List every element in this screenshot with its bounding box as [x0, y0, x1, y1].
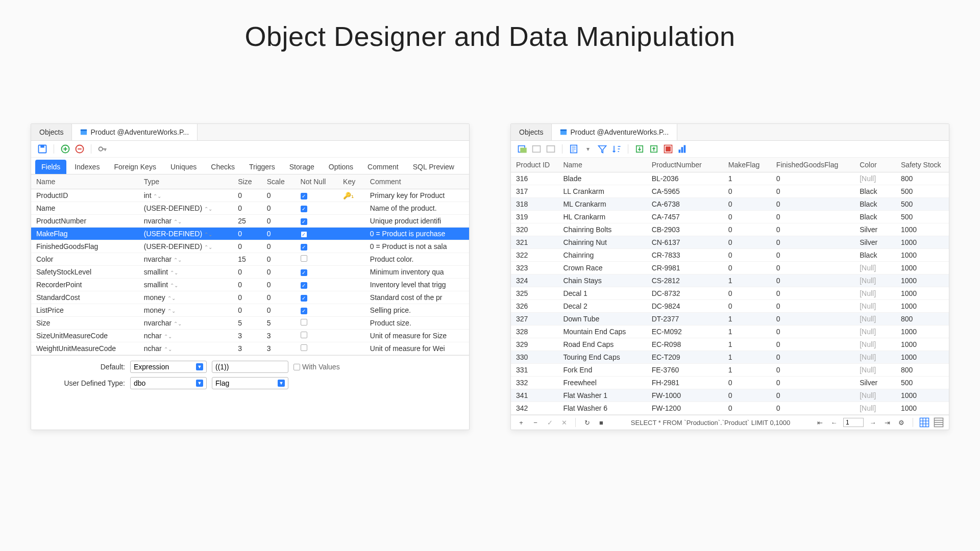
field-row[interactable]: SizeUnitMeasureCodenchar ⌃⌄33Unit of mea… — [31, 330, 469, 342]
subtab-checks[interactable]: Checks — [205, 160, 241, 174]
field-comment[interactable]: 0 = Product is purchase — [365, 228, 469, 240]
cell-finishedgoodsflag[interactable]: 0 — [771, 338, 854, 351]
column-header[interactable]: ProductNumber — [647, 158, 723, 172]
field-type[interactable]: nvarchar ⌃⌄ — [139, 253, 233, 266]
cell-finishedgoodsflag[interactable]: 0 — [771, 185, 854, 198]
cell-name[interactable]: Blade — [558, 172, 646, 185]
cell-name[interactable]: Down Tube — [558, 313, 646, 325]
data-row[interactable]: 323Crown RaceCR-998100[Null]1000 — [511, 262, 949, 274]
cell-color[interactable]: Silver — [854, 377, 896, 389]
data-row[interactable]: 318ML CrankarmCA-673800Black500 — [511, 198, 949, 211]
cell-finishedgoodsflag[interactable]: 0 — [771, 198, 854, 211]
cell-finishedgoodsflag[interactable]: 0 — [771, 351, 854, 364]
cell-productid[interactable]: 321 — [511, 236, 558, 249]
cell-productnumber[interactable]: BL-2036 — [647, 172, 723, 185]
field-notnull[interactable]: ✓ — [296, 228, 338, 240]
field-size[interactable]: 0 — [233, 279, 262, 291]
field-notnull[interactable]: ✓ — [296, 202, 338, 215]
cell-makeflag[interactable]: 0 — [723, 262, 771, 274]
cell-safetystock[interactable]: 1000 — [896, 236, 949, 249]
field-comment[interactable]: Unit of measure for Wei — [365, 342, 469, 355]
cell-color[interactable]: Black — [854, 198, 896, 211]
data-row[interactable]: 342Flat Washer 6FW-120000[Null]1000 — [511, 402, 949, 415]
cell-color[interactable]: [Null] — [854, 325, 896, 338]
cell-productid[interactable]: 319 — [511, 211, 558, 223]
cell-color[interactable]: [Null] — [854, 262, 896, 274]
cell-makeflag[interactable]: 0 — [723, 211, 771, 223]
column-header[interactable]: Scale — [262, 174, 296, 189]
cell-makeflag[interactable]: 0 — [723, 249, 771, 262]
field-row[interactable]: WeightUnitMeasureCodenchar ⌃⌄33Unit of m… — [31, 342, 469, 355]
subtab-options[interactable]: Options — [323, 160, 359, 174]
cell-finishedgoodsflag[interactable]: 0 — [771, 211, 854, 223]
cell-name[interactable]: Flat Washer 6 — [558, 402, 646, 415]
cell-name[interactable]: Decal 1 — [558, 287, 646, 300]
data-row[interactable]: 317LL CrankarmCA-596500Black500 — [511, 185, 949, 198]
field-scale[interactable]: 5 — [262, 317, 296, 330]
data-row[interactable]: 331Fork EndFE-376010[Null]800 — [511, 364, 949, 377]
field-type[interactable]: nvarchar ⌃⌄ — [139, 215, 233, 228]
subtab-uniques[interactable]: Uniques — [164, 160, 203, 174]
field-scale[interactable]: 0 — [262, 228, 296, 240]
cell-finishedgoodsflag[interactable]: 0 — [771, 402, 854, 415]
page-input[interactable] — [843, 418, 864, 427]
cell-productnumber[interactable]: CA-6738 — [647, 198, 723, 211]
column-header[interactable]: Key — [338, 174, 365, 189]
delete-row-icon[interactable]: − — [530, 417, 541, 428]
rollback-icon[interactable] — [546, 144, 556, 154]
cell-productid[interactable]: 323 — [511, 262, 558, 274]
field-row[interactable]: MakeFlag(USER-DEFINED) ⌃⌄00✓0 = Product … — [31, 228, 469, 240]
data-row[interactable]: 324Chain StaysCS-281210[Null]1000 — [511, 274, 949, 287]
next-page-icon[interactable]: → — [868, 417, 878, 428]
data-row[interactable]: 341Flat Washer 1FW-100000[Null]1000 — [511, 389, 949, 402]
grid-view-icon[interactable] — [919, 417, 929, 428]
field-size[interactable]: 3 — [233, 330, 262, 342]
text-icon[interactable] — [569, 144, 579, 154]
field-size[interactable]: 0 — [233, 291, 262, 304]
cell-makeflag[interactable]: 1 — [723, 325, 771, 338]
field-row[interactable]: FinishedGoodsFlag(USER-DEFINED) ⌃⌄00✓0 =… — [31, 240, 469, 253]
cell-safetystock[interactable]: 1000 — [896, 262, 949, 274]
cell-productid[interactable]: 330 — [511, 351, 558, 364]
field-type[interactable]: money ⌃⌄ — [139, 304, 233, 317]
cell-safetystock[interactable]: 1000 — [896, 287, 949, 300]
udt-schema-combo[interactable]: dbo▼ — [130, 377, 207, 389]
first-page-icon[interactable]: ⇤ — [815, 417, 825, 428]
tab-product[interactable]: Product @AdventureWorks.P... — [72, 124, 198, 140]
cell-productid[interactable]: 320 — [511, 223, 558, 236]
field-row[interactable]: SafetyStockLevelsmallint ⌃⌄00✓Minimum in… — [31, 266, 469, 279]
cell-makeflag[interactable]: 1 — [723, 364, 771, 377]
prev-page-icon[interactable]: ← — [829, 417, 839, 428]
field-size[interactable]: 0 — [233, 304, 262, 317]
cell-color[interactable]: [Null] — [854, 172, 896, 185]
cell-color[interactable]: Silver — [854, 223, 896, 236]
field-type[interactable]: nchar ⌃⌄ — [139, 342, 233, 355]
cell-finishedgoodsflag[interactable]: 0 — [771, 172, 854, 185]
chart-icon[interactable] — [677, 144, 688, 154]
cell-finishedgoodsflag[interactable]: 0 — [771, 287, 854, 300]
field-scale[interactable]: 0 — [262, 215, 296, 228]
cell-name[interactable]: Touring End Caps — [558, 351, 646, 364]
cell-productid[interactable]: 332 — [511, 377, 558, 389]
field-type[interactable]: money ⌃⌄ — [139, 291, 233, 304]
column-header[interactable]: FinishedGoodsFlag — [771, 158, 854, 172]
cell-makeflag[interactable]: 0 — [723, 402, 771, 415]
field-row[interactable]: Name(USER-DEFINED) ⌃⌄00✓Name of the prod… — [31, 202, 469, 215]
field-row[interactable]: ProductIDint ⌃⌄00✓🔑₁Primary key for Prod… — [31, 189, 469, 202]
default-value-field[interactable]: ((1)) — [212, 361, 288, 373]
cell-finishedgoodsflag[interactable]: 0 — [771, 313, 854, 325]
subtab-sql-preview[interactable]: SQL Preview — [407, 160, 460, 174]
settings-icon[interactable]: ⚙ — [896, 417, 906, 428]
field-type[interactable]: (USER-DEFINED) ⌃⌄ — [139, 228, 233, 240]
cell-productid[interactable]: 322 — [511, 249, 558, 262]
cell-safetystock[interactable]: 1000 — [896, 351, 949, 364]
cell-makeflag[interactable]: 1 — [723, 338, 771, 351]
field-comment[interactable]: Product size. — [365, 317, 469, 330]
field-type[interactable]: int ⌃⌄ — [139, 189, 233, 202]
cell-safetystock[interactable]: 1000 — [896, 223, 949, 236]
cell-color[interactable]: [Null] — [854, 313, 896, 325]
data-row[interactable]: 326Decal 2DC-982400[Null]1000 — [511, 300, 949, 313]
cell-color[interactable]: [Null] — [854, 351, 896, 364]
cell-name[interactable]: Fork End — [558, 364, 646, 377]
cell-productid[interactable]: 317 — [511, 185, 558, 198]
